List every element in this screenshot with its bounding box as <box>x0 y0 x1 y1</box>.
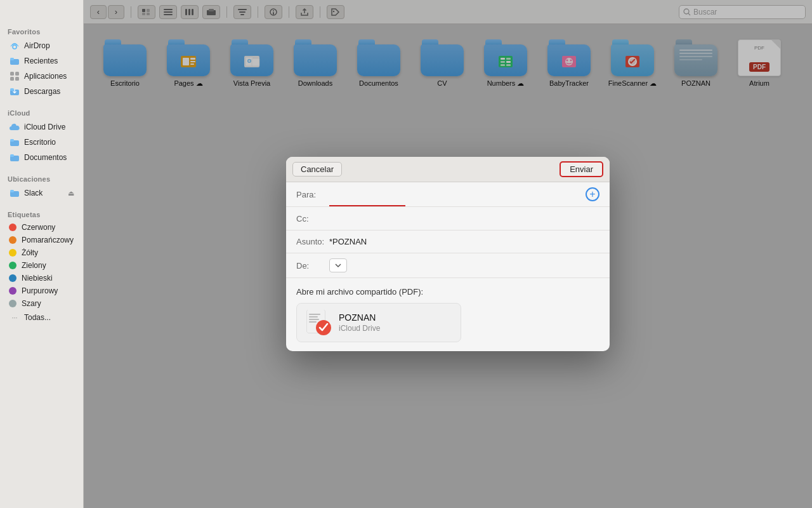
svg-rect-2 <box>10 58 14 60</box>
sidebar-tag-gris[interactable]: Szary <box>3 297 81 310</box>
svg-rect-64 <box>309 321 317 323</box>
file-section: Abre mi archivo compartido (PDF): <box>286 278 610 351</box>
svg-rect-3 <box>10 72 14 76</box>
de-selector[interactable] <box>329 258 347 272</box>
file-card-sub: iCloud Drive <box>339 324 380 333</box>
sidebar: Favoritos AirDrop Recientes <box>0 0 84 508</box>
sidebar-item-icloud-escritorio[interactable]: Escritorio <box>3 135 81 150</box>
file-card-info: POZNAN iCloud Drive <box>339 312 380 333</box>
sidebar-tag-azul-label: Niebieski <box>22 274 53 283</box>
sidebar-tag-purpura[interactable]: Purpurowy <box>3 284 81 297</box>
file-card-icon <box>306 310 331 335</box>
sidebar-item-icloud-drive[interactable]: iCloud Drive <box>3 119 81 135</box>
sidebar-tag-rojo-label: Czerwony <box>22 223 55 232</box>
svg-rect-12 <box>10 154 14 157</box>
asunto-value: *POZNAN <box>329 237 599 246</box>
naranja-dot <box>9 236 16 244</box>
modal-body: Para: + Cc: Asunto: *POZNAN De: <box>286 182 610 351</box>
sidebar-item-icloud-documentos[interactable]: Documentos <box>3 150 81 165</box>
asunto-label: Asunto: <box>296 237 329 246</box>
svg-rect-5 <box>10 77 14 81</box>
etiquetas-label: Etiquetas <box>0 206 83 221</box>
para-label: Para: <box>296 190 329 199</box>
main-content: ‹ › <box>84 0 812 508</box>
sidebar-tag-azul[interactable]: Niebieski <box>3 272 81 284</box>
sidebar-tag-verde-label: Zielony <box>22 261 46 270</box>
verde-dot <box>9 262 16 269</box>
sidebar-item-icloud-escritorio-label: Escritorio <box>24 138 56 147</box>
svg-rect-10 <box>10 139 14 142</box>
svg-rect-6 <box>15 77 19 81</box>
de-field: De: <box>286 253 610 278</box>
todas-icon: ··· <box>9 312 20 323</box>
sidebar-item-icloud-drive-label: iCloud Drive <box>24 123 65 131</box>
sidebar-tag-todas[interactable]: ··· Todas... <box>3 310 81 325</box>
sidebar-tag-gris-label: Szary <box>22 299 41 308</box>
cc-field: Cc: <box>286 207 610 231</box>
asunto-field: Asunto: *POZNAN <box>286 231 610 253</box>
sidebar-item-recientes-label: Recientes <box>24 57 58 65</box>
sidebar-tag-todas-label: Todas... <box>24 313 51 322</box>
sidebar-item-slack[interactable]: Slack ⏏ <box>3 185 81 201</box>
amarillo-dot <box>9 249 16 257</box>
svg-rect-61 <box>309 314 320 315</box>
sidebar-tag-rojo[interactable]: Czerwony <box>3 221 81 234</box>
sidebar-tag-naranja-label: Pomarańczowy <box>22 236 74 244</box>
icloud-escritorio-icon <box>9 137 20 148</box>
svg-rect-8 <box>10 88 14 91</box>
favorites-label: Favoritos <box>0 23 83 38</box>
cancel-button[interactable]: Cancelar <box>292 162 342 177</box>
slack-eject-icon: ⏏ <box>68 189 74 197</box>
svg-rect-14 <box>10 190 14 192</box>
modal-toolbar: Cancelar Enviar <box>286 157 610 182</box>
sidebar-tag-verde[interactable]: Zielony <box>3 259 81 272</box>
icloud-drive-icon <box>9 121 20 133</box>
gris-dot <box>9 300 16 307</box>
airdrop-icon <box>9 40 20 51</box>
purpura-dot <box>9 287 16 295</box>
sidebar-item-aplicaciones-label: Aplicaciones <box>24 72 67 81</box>
sidebar-tag-purpura-label: Purpurowy <box>22 286 58 295</box>
icloud-label: iCloud <box>0 104 83 119</box>
svg-rect-62 <box>309 316 318 318</box>
cc-label: Cc: <box>296 214 329 224</box>
ubicaciones-label: Ubicaciones <box>0 170 83 185</box>
send-button[interactable]: Enviar <box>560 161 603 177</box>
sidebar-tag-amarillo[interactable]: Żółty <box>3 246 81 259</box>
para-input[interactable] <box>329 188 586 201</box>
sidebar-item-slack-label: Slack <box>24 189 43 197</box>
icloud-documentos-icon <box>9 152 20 163</box>
descargas-icon <box>9 86 20 97</box>
recientes-icon <box>9 55 20 67</box>
cc-input[interactable] <box>329 212 599 225</box>
svg-rect-4 <box>15 72 19 76</box>
modal-overlay: Cancelar Enviar Para: + Cc: <box>84 0 812 508</box>
de-label: De: <box>296 261 329 271</box>
share-modal: Cancelar Enviar Para: + Cc: <box>286 157 610 351</box>
sidebar-item-airdrop-label: AirDrop <box>24 41 50 50</box>
file-card-name: POZNAN <box>339 312 380 323</box>
para-underline <box>329 205 405 206</box>
sidebar-tag-naranja[interactable]: Pomarańczowy <box>3 234 81 246</box>
add-contact-button[interactable]: + <box>586 187 599 201</box>
sidebar-item-recientes[interactable]: Recientes <box>3 53 81 69</box>
rojo-dot <box>9 224 16 231</box>
file-card: POZNAN iCloud Drive <box>296 303 461 342</box>
slack-icon <box>9 187 20 199</box>
aplicaciones-icon <box>9 70 20 82</box>
sidebar-item-airdrop[interactable]: AirDrop <box>3 38 81 53</box>
sidebar-item-descargas[interactable]: Descargas <box>3 84 81 99</box>
sidebar-item-icloud-documentos-label: Documentos <box>24 153 67 162</box>
file-desc: Abre mi archivo compartido (PDF): <box>296 287 599 297</box>
sidebar-tag-amarillo-label: Żółty <box>22 248 38 257</box>
sidebar-item-aplicaciones[interactable]: Aplicaciones <box>3 69 81 84</box>
para-field: Para: + <box>286 182 610 207</box>
svg-rect-63 <box>309 319 319 320</box>
azul-dot <box>9 274 16 282</box>
sidebar-item-descargas-label: Descargas <box>24 87 60 96</box>
svg-point-0 <box>13 45 16 49</box>
